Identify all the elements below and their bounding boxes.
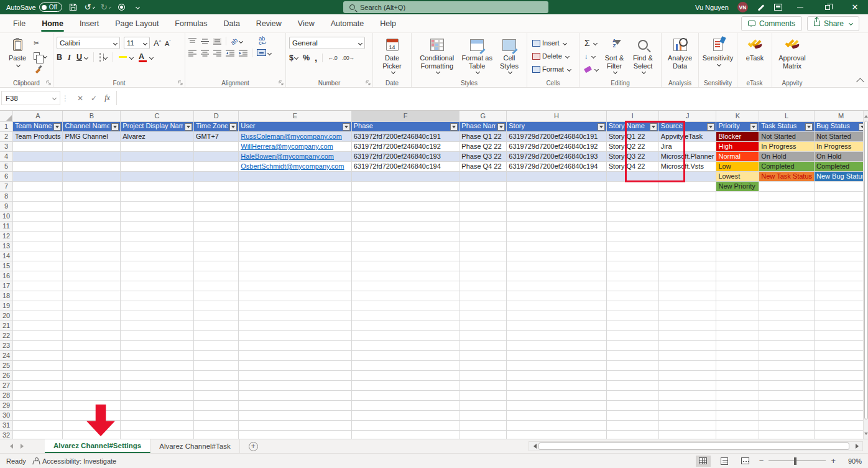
font-color-button[interactable]: A [139,52,147,62]
sensitivity-button[interactable]: Sensitivity [702,35,734,68]
delete-cells-button[interactable]: Delete [530,50,576,62]
cell-H25[interactable] [507,360,607,370]
cell-A23[interactable] [13,340,63,350]
format-as-table-button[interactable]: Format as Table [459,35,495,75]
cut-button[interactable]: ✂ [32,37,48,49]
format-painter-button[interactable] [32,63,48,75]
cell-L16[interactable] [759,271,815,281]
cell-B16[interactable] [63,271,121,281]
filter-button-A[interactable] [53,123,61,131]
cell-K16[interactable] [716,271,759,281]
cell-J32[interactable] [658,430,716,439]
clipboard-dialog-launcher[interactable] [46,80,52,86]
row-header-9[interactable]: 9 [0,201,13,211]
cell-H28[interactable] [507,390,607,400]
cell-K11[interactable] [716,221,759,231]
cell-H26[interactable] [507,370,607,380]
cell-M24[interactable] [815,350,868,360]
cell-D24[interactable] [193,350,238,360]
column-header-A[interactable]: A [13,111,63,121]
cell-G17[interactable] [459,281,507,291]
cell-I29[interactable] [606,400,658,410]
column-header-E[interactable]: E [239,111,351,121]
cell-E8[interactable] [239,191,351,201]
cell-E24[interactable] [239,350,351,360]
font-dialog-launcher[interactable] [178,80,183,86]
menu-tab-view[interactable]: View [290,16,323,32]
cell-B6[interactable] [63,171,121,181]
cell-E25[interactable] [239,360,351,370]
cell-A18[interactable] [13,291,63,301]
row-header-5[interactable]: 5 [0,161,13,171]
cell-A5[interactable] [13,161,63,171]
cell-J24[interactable] [658,350,716,360]
cell-J31[interactable] [658,420,716,430]
cell-L6[interactable]: New Task Status [759,171,815,181]
cell-L2[interactable]: Not Started [759,131,815,141]
collapse-ribbon-icon[interactable] [856,78,864,86]
zoom-in-button[interactable]: + [831,456,836,466]
cell-F28[interactable] [351,390,459,400]
cell-A21[interactable] [13,321,63,330]
cell-J16[interactable] [658,271,716,281]
user-name[interactable]: Vu Nguyen [695,4,729,11]
cell-D31[interactable] [193,420,238,430]
cell-D15[interactable] [193,261,238,271]
cell-E9[interactable] [239,201,351,211]
orientation-button[interactable]: ab [229,36,239,46]
cell-L14[interactable] [759,251,815,261]
menu-tab-automate[interactable]: Automate [323,16,372,32]
sheet-tab-2[interactable]: Alvarez Channel#Task [150,439,239,453]
cell-C31[interactable] [121,420,194,430]
cell-M6[interactable]: New Bug Status [815,171,868,181]
cell-H29[interactable] [507,400,607,410]
cell-E26[interactable] [239,370,351,380]
cell-H24[interactable] [507,350,607,360]
cell-B2[interactable]: PMG Channel [63,131,121,141]
menu-tab-data[interactable]: Data [215,16,247,32]
cell-C13[interactable] [121,241,194,251]
cell-G18[interactable] [459,291,507,301]
align-left-icon[interactable] [188,50,196,57]
cell-M5[interactable]: Completed [815,161,868,171]
cell-D9[interactable] [193,201,238,211]
cell-L13[interactable] [759,241,815,251]
row-header-14[interactable]: 14 [0,251,13,261]
cell-E27[interactable] [239,380,351,390]
minimize-button[interactable] [791,0,810,14]
cell-A8[interactable] [13,191,63,201]
cell-C1[interactable]: Project Display Name [121,121,194,131]
cell-L30[interactable] [759,410,815,420]
cell-I6[interactable] [606,171,658,181]
cell-C7[interactable] [121,181,194,191]
cell-B22[interactable] [63,330,121,340]
cell-G19[interactable] [459,301,507,311]
row-header-26[interactable]: 26 [0,370,13,380]
cell-M31[interactable] [815,420,868,430]
column-header-J[interactable]: J [658,111,716,121]
cell-B13[interactable] [63,241,121,251]
cell-A6[interactable] [13,171,63,181]
cell-L20[interactable] [759,311,815,321]
cell-L28[interactable] [759,390,815,400]
cell-H27[interactable] [507,380,607,390]
row-header-27[interactable]: 27 [0,380,13,390]
cell-B28[interactable] [63,390,121,400]
column-header-B[interactable]: B [63,111,121,121]
cell-I10[interactable] [606,211,658,221]
cell-F9[interactable] [351,201,459,211]
cell-E12[interactable] [239,231,351,241]
cell-G23[interactable] [459,340,507,350]
cell-D20[interactable] [193,311,238,321]
cell-H1[interactable]: Story [507,121,607,131]
row-header-1[interactable]: 1 [0,121,13,131]
cell-L22[interactable] [759,330,815,340]
cell-G22[interactable] [459,330,507,340]
cell-F19[interactable] [351,301,459,311]
cell-F23[interactable] [351,340,459,350]
cell-J17[interactable] [658,281,716,291]
cell-E28[interactable] [239,390,351,400]
cell-M4[interactable]: On Hold [815,151,868,161]
cell-M29[interactable] [815,400,868,410]
cell-L25[interactable] [759,360,815,370]
